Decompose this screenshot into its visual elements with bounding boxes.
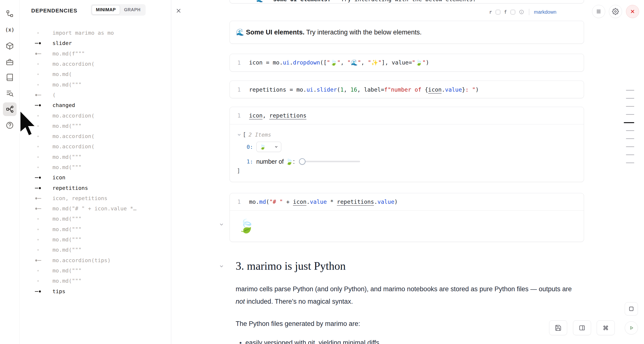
collapse-output-icon[interactable] [219, 222, 224, 227]
minimap-item[interactable]: repetitions [20, 183, 171, 193]
layout-button[interactable] [573, 320, 591, 335]
packages-icon [6, 42, 14, 50]
view-toggle: MINIMAP GRAPH [91, 4, 146, 16]
minimap-item[interactable]: mo.accordion( [20, 59, 171, 69]
frame-button[interactable] [625, 302, 638, 315]
minimap-cell-marker[interactable] [626, 106, 634, 107]
sidebar-item-logs[interactable] [3, 86, 16, 100]
scroll-minimap[interactable] [622, 90, 637, 168]
minimap-cell-marker[interactable] [626, 98, 634, 99]
sidebar-item-packages[interactable] [3, 39, 16, 53]
slider-thumb[interactable] [299, 158, 306, 165]
minimap-item[interactable]: mo.md(""" [20, 245, 171, 255]
language-label[interactable]: markdown [534, 9, 556, 15]
minimap-item[interactable]: mo.md(""" [20, 152, 171, 162]
code-editor[interactable]: 1 repetitions = mo.ui.slider(1, 16, labe… [230, 81, 584, 98]
panel-header: DEPENDENCIES MINIMAP GRAPH [20, 0, 171, 22]
minimap-cell-marker[interactable] [626, 114, 634, 115]
minimap-cell-marker[interactable] [626, 162, 634, 163]
sidebar-item-documentation[interactable] [3, 70, 16, 84]
sidebar-item-toolbox[interactable] [3, 55, 16, 69]
minimap-item[interactable]: mo.md(""" [20, 79, 171, 90]
sidebar-item-outline[interactable] [3, 7, 16, 21]
tab-graph[interactable]: GRAPH [120, 5, 145, 15]
minimap-item[interactable]: mo.accordion( [20, 131, 171, 141]
menu-button[interactable] [592, 5, 605, 18]
leaf-emoji: 🍃 [238, 218, 254, 234]
divider [529, 9, 529, 15]
minimap-item[interactable]: mo.md(""" [20, 224, 171, 235]
cell-dot-icon [34, 214, 42, 224]
code-editor[interactable]: 1 icon = mo.ui.dropdown(["🍃", "🌊", "✨"],… [230, 54, 584, 71]
cell-label: mo.accordion(tips) [52, 257, 110, 263]
toolbar-label-f: f [504, 9, 507, 15]
cell-dot-icon [34, 59, 42, 69]
info-icon[interactable] [519, 9, 524, 15]
minimap-item[interactable]: mo.md(""" [20, 235, 171, 245]
tab-minimap[interactable]: MINIMAP [92, 5, 120, 15]
minimap-cell-marker[interactable] [626, 90, 634, 91]
run-button[interactable] [625, 321, 638, 334]
close-panel-button[interactable] [176, 8, 182, 15]
tree-key: 1: [246, 158, 253, 165]
code-cell-slider[interactable]: 1 repetitions = mo.ui.slider(1, 16, labe… [230, 81, 584, 98]
minimap-item[interactable]: icon, repetitions [20, 193, 171, 204]
minimap-item[interactable]: mo.md( [20, 69, 171, 79]
bracket-close: ] [237, 167, 240, 174]
minimap-item[interactable]: mo.md(""" [20, 214, 171, 224]
minimap-item[interactable]: mo.md(f""" [20, 49, 171, 59]
cell-label: mo.md( [52, 71, 72, 77]
panel-title: DEPENDENCIES [31, 8, 77, 14]
line-number: 1 [230, 86, 241, 93]
collapse-section-icon[interactable] [219, 264, 224, 269]
minimap-item[interactable]: icon [20, 173, 171, 183]
minimap-cell-marker[interactable] [626, 146, 634, 147]
cell-label: slider [52, 40, 72, 46]
minimap-item[interactable]: mo.accordion( [20, 110, 171, 121]
minimap-cell-marker[interactable] [626, 130, 634, 131]
markdown-output-text: 🌊 Some UI elements. Try interacting with… [236, 28, 422, 36]
sidebar-item-variables[interactable]: (x) [3, 23, 16, 37]
settings-button[interactable] [609, 5, 622, 18]
minimap-item[interactable]: mo.accordion( [20, 141, 171, 152]
minimap-cell-marker[interactable] [626, 154, 634, 155]
code-cell-md[interactable]: 1 mo.md("# " + icon.value * repetitions.… [230, 193, 584, 242]
minimap-item[interactable]: tips [20, 286, 171, 296]
toolbar-checkbox-r[interactable] [496, 10, 500, 15]
shutdown-button[interactable] [626, 5, 639, 18]
toolbox-icon [6, 58, 14, 66]
minimap-cell-marker[interactable] [626, 138, 634, 139]
minimap-cell-marker[interactable] [624, 122, 634, 123]
code-cell-tuple[interactable]: 1 icon, repetitions [ 2 Items 0: 🍃 1: nu… [230, 107, 584, 182]
markdown-source: 🌊 **Some UI elements.** Try interacting … [256, 0, 476, 3]
minimap-item[interactable]: import marimo as mo [20, 28, 171, 38]
editor-toolbar: r f markdown [230, 6, 584, 18]
tree-row: 0: 🍃 [246, 141, 281, 152]
keyboard-shortcuts-button[interactable] [597, 320, 615, 335]
minimap-item[interactable]: slider [20, 38, 171, 48]
cell-dot-icon [34, 79, 42, 90]
chevron-down-icon[interactable] [237, 133, 241, 137]
save-button[interactable] [549, 320, 567, 335]
dropdown-control[interactable]: 🍃 [256, 142, 281, 152]
code-editor[interactable]: 1 icon, repetitions [230, 107, 584, 124]
slider-control[interactable] [299, 157, 360, 166]
code-cell-dropdown[interactable]: 1 icon = mo.ui.dropdown(["🍃", "🌊", "✨"],… [230, 54, 584, 72]
minimap-item[interactable]: mo.accordion(tips) [20, 255, 171, 266]
minimap-item[interactable]: mo.md("# " + icon.value *… [20, 204, 171, 214]
minimap-item[interactable]: mo.md(""" [20, 162, 171, 173]
minimap-item[interactable]: mo.md(""" [20, 276, 171, 286]
toolbar-checkbox-f[interactable] [510, 10, 515, 15]
variable-def-icon [34, 286, 42, 296]
minimap-item[interactable]: mo.md(""" [20, 266, 171, 276]
minimap-item[interactable]: mo.md(""" [20, 121, 171, 131]
cell-label: mo.md(f""" [52, 51, 85, 57]
minimap-item[interactable]: ( [20, 90, 171, 100]
markdown-editor-cell[interactable]: 🌊 **Some UI elements.** Try interacting … [230, 0, 584, 4]
code-line: repetitions = mo.ui.slider(1, 16, label=… [249, 86, 479, 93]
cell-dot-icon [34, 28, 42, 38]
minimap-item[interactable]: changed [20, 100, 171, 110]
variable-def-icon [34, 38, 42, 48]
section-heading: 3. marimo is just Python [236, 259, 346, 272]
code-editor[interactable]: 1 mo.md("# " + icon.value * repetitions.… [230, 193, 584, 211]
